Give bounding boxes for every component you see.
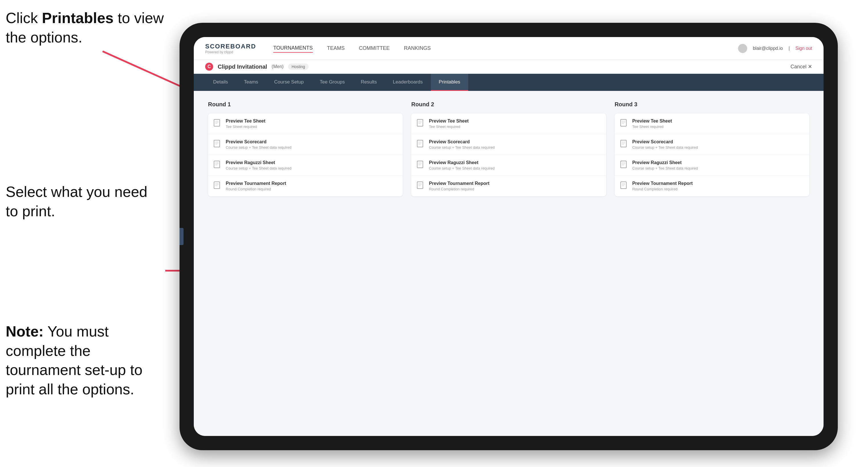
- round-1-title: Round 1: [208, 101, 403, 108]
- nav-committee[interactable]: COMMITTEE: [359, 44, 390, 53]
- hosting-status: Hosting: [288, 64, 308, 70]
- tournament-info: C Clippd Invitational (Men) Hosting: [205, 63, 309, 71]
- round-2-cards: Preview Tee Sheet Tee Sheet required Pre…: [411, 114, 606, 196]
- top-nav: SCOREBOARD Powered by clippd TOURNAMENTS…: [194, 37, 824, 60]
- round-2-scorecard[interactable]: Preview Scorecard Course setup + Tee She…: [411, 134, 606, 155]
- nav-tournaments[interactable]: TOURNAMENTS: [273, 44, 313, 53]
- round-3-tee-sheet-note: Tee Sheet required: [632, 125, 804, 129]
- round-2-scorecard-note: Course setup + Tee Sheet data required: [429, 145, 600, 150]
- raguzzi-icon: [214, 161, 222, 170]
- svg-rect-8: [214, 140, 220, 147]
- gender-label: (Men): [272, 64, 283, 69]
- tournament-title: Clippd Invitational: [218, 64, 267, 70]
- svg-rect-4: [214, 119, 220, 126]
- round-1-raguzzi-info: Preview Raguzzi Sheet Course setup + Tee…: [226, 160, 397, 170]
- scoreboard-logo: SCOREBOARD Powered by clippd: [205, 43, 256, 54]
- round-1-tee-sheet-note: Tee Sheet required: [226, 125, 397, 129]
- nav-left: SCOREBOARD Powered by clippd TOURNAMENTS…: [205, 43, 431, 54]
- round-1-cards: Preview Tee Sheet Tee Sheet required Pre…: [208, 114, 403, 196]
- cancel-button[interactable]: Cancel ✕: [790, 64, 812, 70]
- round-3-scorecard[interactable]: Preview Scorecard Course setup + Tee She…: [615, 134, 809, 155]
- svg-rect-20: [417, 119, 423, 126]
- round-3-tournament-report[interactable]: Preview Tournament Report Round Completi…: [615, 176, 809, 196]
- round-2-tee-sheet-note: Tee Sheet required: [429, 125, 600, 129]
- round-3-tee-sheet-info: Preview Tee Sheet Tee Sheet required: [632, 119, 804, 129]
- sign-out-link[interactable]: Sign out: [795, 46, 812, 51]
- tab-tee-groups[interactable]: Tee Groups: [312, 74, 353, 91]
- round-2-column: Round 2 Preview Tee Sheet Tee Sheet requ…: [411, 101, 606, 196]
- svg-rect-40: [621, 140, 626, 147]
- annotation-top: Click Printables to view the options.: [6, 8, 165, 47]
- r2-raguzzi-icon: [417, 161, 425, 170]
- svg-rect-12: [214, 161, 220, 168]
- tab-teams[interactable]: Teams: [236, 74, 266, 91]
- round-2-raguzzi[interactable]: Preview Raguzzi Sheet Course setup + Tee…: [411, 155, 606, 176]
- r2-tee-sheet-icon: [417, 119, 425, 128]
- round-2-tee-sheet-info: Preview Tee Sheet Tee Sheet required: [429, 119, 600, 129]
- round-2-raguzzi-note: Course setup + Tee Sheet data required: [429, 166, 600, 170]
- round-1-raguzzi[interactable]: Preview Raguzzi Sheet Course setup + Tee…: [208, 155, 403, 176]
- round-1-scorecard-note: Course setup + Tee Sheet data required: [226, 145, 397, 150]
- user-avatar: [738, 44, 747, 53]
- sub-header: C Clippd Invitational (Men) Hosting Canc…: [194, 60, 824, 74]
- svg-rect-16: [214, 182, 220, 189]
- round-3-tournament-report-name: Preview Tournament Report: [632, 181, 804, 186]
- nav-links: TOURNAMENTS TEAMS COMMITTEE RANKINGS: [273, 44, 431, 53]
- round-1-tournament-report[interactable]: Preview Tournament Report Round Completi…: [208, 176, 403, 196]
- round-1-scorecard[interactable]: Preview Scorecard Course setup + Tee She…: [208, 134, 403, 155]
- round-1-scorecard-name: Preview Scorecard: [226, 139, 397, 145]
- svg-rect-36: [621, 119, 626, 126]
- round-2-scorecard-name: Preview Scorecard: [429, 139, 600, 145]
- round-2-tee-sheet[interactable]: Preview Tee Sheet Tee Sheet required: [411, 114, 606, 134]
- svg-rect-24: [417, 140, 423, 147]
- tab-printables[interactable]: Printables: [431, 74, 468, 91]
- r3-scorecard-icon: [620, 140, 628, 149]
- tab-leaderboards[interactable]: Leaderboards: [385, 74, 431, 91]
- round-2-scorecard-info: Preview Scorecard Course setup + Tee She…: [429, 139, 600, 150]
- round-3-cards: Preview Tee Sheet Tee Sheet required Pre…: [615, 114, 809, 196]
- svg-rect-48: [621, 182, 626, 189]
- round-1-raguzzi-name: Preview Raguzzi Sheet: [226, 160, 397, 165]
- tab-bar: Details Teams Course Setup Tee Groups Re…: [194, 74, 824, 91]
- pipe-separator: |: [788, 46, 789, 51]
- annotation-bottom: Note: You must complete the tournament s…: [6, 322, 165, 399]
- svg-rect-32: [417, 182, 423, 189]
- rounds-container: Round 1 Preview Tee Sheet Tee Sheet requ…: [208, 101, 809, 196]
- r3-raguzzi-icon: [620, 161, 628, 170]
- main-content: Round 1 Preview Tee Sheet Tee Sheet requ…: [194, 91, 824, 436]
- user-email: blair@clippd.io: [753, 46, 783, 51]
- r3-tee-sheet-icon: [620, 119, 628, 128]
- round-3-raguzzi-note: Course setup + Tee Sheet data required: [632, 166, 804, 170]
- scoreboard-title: SCOREBOARD: [205, 43, 256, 50]
- tab-results[interactable]: Results: [353, 74, 385, 91]
- round-3-column: Round 3 Preview Tee Sheet Tee Sheet requ…: [615, 101, 809, 196]
- tab-details[interactable]: Details: [205, 74, 236, 91]
- annotation-middle: Select what you need to print.: [6, 182, 157, 221]
- round-3-scorecard-info: Preview Scorecard Course setup + Tee She…: [632, 139, 804, 150]
- tab-course-setup[interactable]: Course Setup: [266, 74, 312, 91]
- tablet-screen: SCOREBOARD Powered by clippd TOURNAMENTS…: [194, 37, 824, 436]
- tee-sheet-icon: [214, 119, 222, 128]
- round-2-tee-sheet-name: Preview Tee Sheet: [429, 119, 600, 124]
- nav-teams[interactable]: TEAMS: [327, 44, 345, 53]
- round-3-raguzzi[interactable]: Preview Raguzzi Sheet Course setup + Tee…: [615, 155, 809, 176]
- scorecard-icon: [214, 140, 222, 149]
- round-3-tee-sheet[interactable]: Preview Tee Sheet Tee Sheet required: [615, 114, 809, 134]
- powered-by: Powered by clippd: [205, 50, 256, 54]
- round-1-scorecard-info: Preview Scorecard Course setup + Tee She…: [226, 139, 397, 150]
- round-1-tournament-report-info: Preview Tournament Report Round Completi…: [226, 181, 397, 191]
- round-1-column: Round 1 Preview Tee Sheet Tee Sheet requ…: [208, 101, 403, 196]
- round-1-tee-sheet-name: Preview Tee Sheet: [226, 119, 397, 124]
- r3-tournament-report-icon: [620, 182, 628, 191]
- round-2-title: Round 2: [411, 101, 606, 108]
- round-2-tournament-report-name: Preview Tournament Report: [429, 181, 600, 186]
- r2-scorecard-icon: [417, 140, 425, 149]
- round-1-tournament-report-name: Preview Tournament Report: [226, 181, 397, 186]
- round-2-raguzzi-name: Preview Raguzzi Sheet: [429, 160, 600, 165]
- round-2-tournament-report[interactable]: Preview Tournament Report Round Completi…: [411, 176, 606, 196]
- nav-rankings[interactable]: RANKINGS: [404, 44, 431, 53]
- round-1-tee-sheet[interactable]: Preview Tee Sheet Tee Sheet required: [208, 114, 403, 134]
- nav-right: blair@clippd.io | Sign out: [738, 44, 812, 53]
- r2-tournament-report-icon: [417, 182, 425, 191]
- tablet-frame: SCOREBOARD Powered by clippd TOURNAMENTS…: [180, 23, 838, 450]
